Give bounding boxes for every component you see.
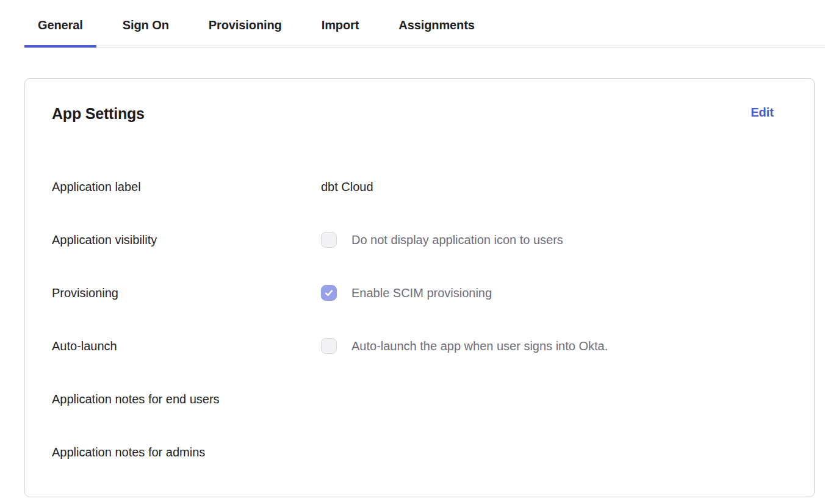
row-provisioning: Provisioning Enable SCIM provisioning — [52, 285, 774, 301]
edit-button[interactable]: Edit — [751, 103, 774, 121]
settings-rows: Application label dbt Cloud Application … — [52, 179, 774, 460]
card-title: App Settings — [52, 103, 145, 124]
auto-launch-label: Auto-launch — [52, 339, 321, 353]
card-header: App Settings Edit — [52, 103, 774, 124]
tab-general[interactable]: General — [24, 18, 96, 47]
application-label-value: dbt Cloud — [321, 179, 774, 194]
tab-import[interactable]: Import — [308, 18, 373, 47]
row-auto-launch: Auto-launch Auto-launch the app when use… — [52, 338, 774, 354]
provisioning-checkbox-label: Enable SCIM provisioning — [351, 286, 492, 300]
application-visibility-checkbox-label: Do not display application icon to users — [351, 232, 563, 247]
row-notes-end-users: Application notes for end users — [52, 391, 774, 407]
tab-bar: General Sign On Provisioning Import Assi… — [24, 0, 825, 48]
notes-admins-label: Application notes for admins — [52, 445, 321, 459]
provisioning-label: Provisioning — [52, 286, 321, 300]
row-application-visibility: Application visibility Do not display ap… — [52, 232, 774, 248]
row-application-label: Application label dbt Cloud — [52, 179, 774, 195]
application-visibility-label: Application visibility — [52, 232, 321, 247]
checkmark-icon — [324, 288, 334, 298]
auto-launch-checkbox[interactable] — [321, 338, 337, 354]
application-visibility-checkbox[interactable] — [321, 232, 337, 248]
auto-launch-checkbox-label: Auto-launch the app when user signs into… — [351, 339, 608, 353]
row-notes-admins: Application notes for admins — [52, 444, 774, 460]
app-settings-card: App Settings Edit Application label dbt … — [24, 78, 815, 497]
auto-launch-control: Auto-launch the app when user signs into… — [321, 338, 774, 354]
application-label-label: Application label — [52, 179, 321, 194]
tab-assignments[interactable]: Assignments — [385, 18, 488, 47]
tab-sign-on[interactable]: Sign On — [109, 18, 182, 47]
provisioning-control: Enable SCIM provisioning — [321, 285, 774, 301]
provisioning-checkbox[interactable] — [321, 285, 337, 301]
tab-provisioning[interactable]: Provisioning — [195, 18, 295, 47]
notes-end-users-label: Application notes for end users — [52, 392, 321, 406]
application-visibility-control: Do not display application icon to users — [321, 232, 774, 248]
